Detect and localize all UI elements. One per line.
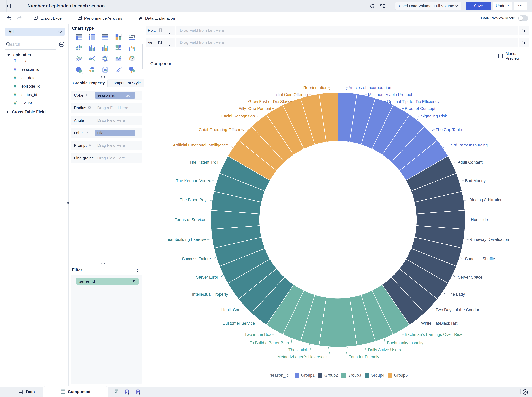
label-leader-line [219, 275, 223, 277]
field-item-season-id[interactable]: # season_id [14, 67, 39, 72]
legend-item[interactable]: Group4 [364, 373, 384, 378]
field-item-episode-id[interactable]: # episode_id [14, 84, 40, 89]
gear-icon[interactable] [85, 93, 88, 97]
performance-analysis-button[interactable]: Performance Analysis [77, 15, 122, 21]
charttype-detail-table-icon[interactable] [88, 33, 95, 40]
charttype-card-icon[interactable] [115, 33, 122, 40]
redo-icon[interactable] [17, 15, 22, 20]
dark-preview-toggle[interactable] [518, 15, 528, 21]
shelf-caret-icon[interactable] [168, 45, 170, 46]
export-excel-button[interactable]: Export Excel [34, 15, 62, 21]
horizontal-shelf-label[interactable]: Ho... [146, 26, 175, 35]
vertical-shelf-dropzone[interactable]: Drag Field from Left Here [176, 38, 518, 47]
charttype-rose-icon[interactable] [88, 66, 95, 73]
section-drag-handle[interactable] [101, 76, 105, 79]
slice-label: Bad Money [465, 179, 486, 183]
legend-item[interactable]: Group2 [318, 373, 338, 378]
legend-swatch [295, 373, 299, 378]
filter-pill-series-id[interactable]: series_id [76, 278, 139, 285]
legend-swatch [318, 373, 322, 378]
search-options-icon[interactable] [59, 41, 65, 47]
component-icon [60, 389, 66, 394]
charttype-area-icon[interactable] [115, 55, 122, 62]
add-dashboard-icon[interactable] [125, 389, 130, 395]
slice-label: Adult Content [458, 160, 483, 165]
charttype-bar-icon[interactable] [115, 44, 122, 51]
add-report-icon[interactable] [136, 389, 141, 395]
charttype-kpi-icon[interactable]: 123 [128, 33, 135, 40]
data-explanation-button[interactable]: Data Explanation [138, 15, 175, 21]
tab-data[interactable]: Data [18, 387, 35, 397]
filter-drop-area[interactable] [71, 275, 142, 384]
tree-node-episodes[interactable]: episodes [7, 53, 31, 57]
charttype-cross-table-icon[interactable] [102, 33, 109, 40]
slice-label: Optimal Tip–to–Tip Efficiency [387, 99, 440, 104]
field-item-count[interactable]: #* Count [14, 100, 32, 106]
database-icon [18, 390, 23, 395]
search-input[interactable] [7, 42, 42, 47]
charttype-scrollbar[interactable] [142, 44, 143, 69]
drop-zone-hint[interactable]: Drag a Field Here [97, 105, 128, 110]
undo-icon[interactable] [7, 15, 12, 20]
charttype-multi-line-icon[interactable] [88, 55, 95, 62]
field-item-series-id[interactable]: # series_id [14, 93, 37, 97]
back-icon[interactable] [6, 3, 12, 9]
save-button[interactable]: Save [466, 2, 491, 10]
section-drag-handle[interactable] [101, 261, 105, 264]
charttype-pie-icon-selected[interactable] [75, 66, 82, 73]
collapsed-arrow-icon[interactable] [7, 111, 8, 113]
lineage-icon[interactable] [380, 4, 385, 9]
drop-zone-hint[interactable]: Drag Field Here [97, 156, 125, 160]
charttype-grouped-column-icon[interactable] [75, 44, 82, 51]
shelf-caret-icon[interactable] [168, 33, 170, 34]
horizontal-shelf-dropzone[interactable]: Drag Field from Left Here [176, 26, 518, 35]
label-leader-line [464, 239, 469, 240]
legend-item[interactable]: Group5 [388, 373, 408, 378]
charttype-gauge-icon[interactable] [128, 55, 135, 62]
field-item-title[interactable]: T title [14, 59, 27, 63]
charttype-line-icon[interactable] [75, 55, 82, 62]
drop-zone-hint[interactable]: Drag Field Here [97, 118, 125, 123]
gear-icon[interactable] [88, 143, 92, 148]
vertical-shelf-brush-icon[interactable] [519, 38, 529, 47]
vertical-shelf-label[interactable]: Ve... [146, 38, 175, 47]
tab-graphic-property[interactable]: Graphic Property [71, 79, 107, 87]
slice-label: Minimum Viable Product [368, 93, 412, 97]
collapse-panel-icon[interactable] [522, 389, 528, 395]
filter-menu-icon[interactable] [135, 267, 140, 273]
label-leader-line [290, 339, 292, 343]
table-scope-select[interactable]: All [5, 28, 65, 36]
charttype-radar-icon[interactable] [102, 55, 109, 62]
label-leader-line [460, 257, 464, 259]
charttype-donut-icon[interactable] [102, 66, 109, 73]
legend-item[interactable]: Group1 [295, 373, 314, 378]
expand-arrow-icon[interactable] [7, 54, 10, 56]
horizontal-shelf-brush-icon[interactable] [519, 26, 529, 35]
gear-icon[interactable] [88, 106, 91, 110]
label-leader-line [443, 292, 447, 294]
label-leader-line [346, 347, 348, 357]
filter-title: Filter [72, 267, 82, 273]
drop-zone-hint[interactable]: Drag Field Here [97, 143, 125, 148]
data-volume-select[interactable]: Used Data Volume: Full Volume [395, 2, 461, 10]
add-component-icon[interactable] [114, 389, 120, 395]
tree-node-cross-table[interactable]: Cross-Table Field [7, 110, 46, 114]
data-volume-label: Used Data Volume: Full Volume [399, 4, 454, 8]
field-pill-title[interactable]: title [95, 130, 135, 136]
legend-item[interactable]: Group3 [341, 373, 361, 378]
field-item-air-date[interactable]: # air_date [14, 75, 36, 80]
update-button[interactable]: Update [493, 2, 512, 10]
gear-icon[interactable] [85, 131, 89, 135]
charttype-scatter-icon[interactable] [115, 66, 122, 73]
tab-component-active[interactable]: Component [43, 386, 108, 397]
slice-label: Initial Coin Offering [273, 93, 308, 97]
charttype-waterfall-icon[interactable] [128, 44, 135, 51]
charttype-group-table-icon[interactable] [75, 33, 82, 40]
refresh-icon[interactable] [370, 4, 375, 9]
charttype-column-multi-icon[interactable] [102, 44, 109, 51]
charttype-column-icon[interactable] [88, 44, 95, 51]
more-options-button[interactable] [514, 2, 527, 10]
tab-component-style[interactable]: Component Style [107, 79, 144, 87]
field-pill-season-id[interactable]: season_id Inte… [95, 92, 135, 99]
charttype-bubble-icon[interactable] [128, 66, 135, 73]
